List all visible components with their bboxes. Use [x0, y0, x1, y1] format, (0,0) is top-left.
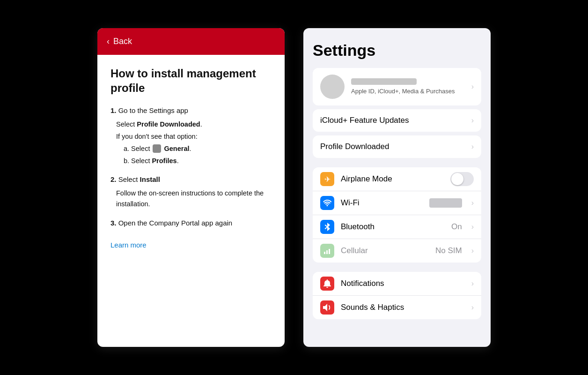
- step-1-sublist: a. Select General. b. Select Profiles.: [110, 144, 272, 166]
- left-content: How to install management profile 1. Go …: [97, 55, 285, 347]
- back-button[interactable]: Back: [113, 37, 132, 46]
- step-3-label: 3. Open the Company Portal app again: [110, 218, 272, 229]
- apple-id-info: Apple ID, iCloud+, Media & Purchases: [351, 78, 465, 96]
- step-1: 1. Go to the Settings app Select Profile…: [110, 105, 272, 166]
- notifications-label: Notifications: [341, 279, 465, 288]
- connectivity-group: ✈ Airplane Mode Wi-Fi ›: [313, 167, 481, 262]
- svg-rect-0: [324, 252, 325, 254]
- sub-item-b: b. Select Profiles.: [124, 156, 272, 166]
- settings-title: Settings: [313, 41, 481, 60]
- right-content: Settings Apple ID, iCloud+, Media & Purc…: [303, 28, 491, 347]
- cellular-row[interactable]: Cellular No SIM ›: [313, 239, 481, 262]
- wifi-value-blur: [429, 198, 462, 208]
- learn-more-link[interactable]: Learn more: [110, 241, 147, 249]
- cellular-chevron-icon: ›: [471, 247, 474, 255]
- bluetooth-label: Bluetooth: [341, 222, 445, 232]
- step-2: 2. Select Install Follow the on-screen i…: [110, 174, 272, 210]
- step-1-sub: Select Profile Downloaded.: [110, 119, 272, 130]
- apple-id-name-blur: [351, 78, 417, 85]
- notifications-row[interactable]: Notifications ›: [313, 272, 481, 296]
- step-2-sub: Follow the on-screen instructions to com…: [110, 188, 272, 210]
- bluetooth-row[interactable]: Bluetooth On ›: [313, 215, 481, 239]
- wifi-row[interactable]: Wi-Fi ›: [313, 191, 481, 215]
- icloud-label: iCloud+ Feature Updates: [320, 116, 409, 125]
- sounds-label: Sounds & Haptics: [341, 303, 465, 312]
- svg-rect-2: [329, 249, 330, 254]
- notifications-chevron-icon: ›: [471, 279, 474, 288]
- general-icon: [153, 144, 161, 153]
- bluetooth-value: On: [451, 222, 462, 232]
- profile-chevron-icon: ›: [471, 142, 474, 151]
- apple-id-subtitle: Apple ID, iCloud+, Media & Purchases: [351, 88, 465, 96]
- sounds-row[interactable]: Sounds & Haptics ›: [313, 296, 481, 319]
- back-chevron-icon: ‹: [107, 37, 110, 46]
- wifi-icon: [320, 196, 334, 210]
- notifications-icon: [320, 277, 334, 291]
- sub-item-a: a. Select General.: [124, 144, 272, 154]
- airplane-label: Airplane Mode: [341, 174, 444, 184]
- airplane-toggle[interactable]: [450, 172, 474, 186]
- left-panel: ‹ Back How to install management profile…: [97, 28, 285, 347]
- step-2-label: 2. Select Install: [110, 174, 272, 185]
- bluetooth-chevron-icon: ›: [471, 223, 474, 231]
- cellular-value: No SIM: [435, 246, 462, 255]
- wifi-chevron-icon: ›: [471, 199, 474, 207]
- step-1-note: If you don't see that option:: [110, 132, 272, 142]
- right-panel: Settings Apple ID, iCloud+, Media & Purc…: [303, 28, 491, 347]
- wifi-label: Wi-Fi: [341, 198, 423, 208]
- bluetooth-icon: [320, 220, 334, 234]
- step-1-label: 1. Go to the Settings app: [110, 105, 272, 116]
- step-3: 3. Open the Company Portal app again: [110, 218, 272, 229]
- profile-downloaded-row[interactable]: Profile Downloaded ›: [313, 135, 481, 158]
- icloud-row[interactable]: iCloud+ Feature Updates ›: [313, 109, 481, 132]
- cellular-icon: [320, 244, 334, 258]
- page-title: How to install management profile: [110, 66, 272, 95]
- left-header: ‹ Back: [97, 28, 285, 55]
- icloud-chevron-icon: ›: [471, 116, 474, 125]
- profile-label: Profile Downloaded: [320, 142, 389, 151]
- sounds-chevron-icon: ›: [471, 303, 474, 312]
- notifications-group: Notifications › Sounds & Haptics ›: [313, 272, 481, 319]
- svg-rect-1: [326, 250, 328, 254]
- apple-id-row[interactable]: Apple ID, iCloud+, Media & Purchases ›: [313, 68, 481, 105]
- apple-id-chevron-icon: ›: [471, 82, 474, 91]
- avatar: [320, 75, 345, 99]
- cellular-label: Cellular: [341, 246, 429, 255]
- sounds-icon: [320, 300, 334, 315]
- airplane-mode-row[interactable]: ✈ Airplane Mode: [313, 167, 481, 191]
- toggle-knob: [451, 173, 463, 185]
- airplane-icon: ✈: [320, 172, 334, 186]
